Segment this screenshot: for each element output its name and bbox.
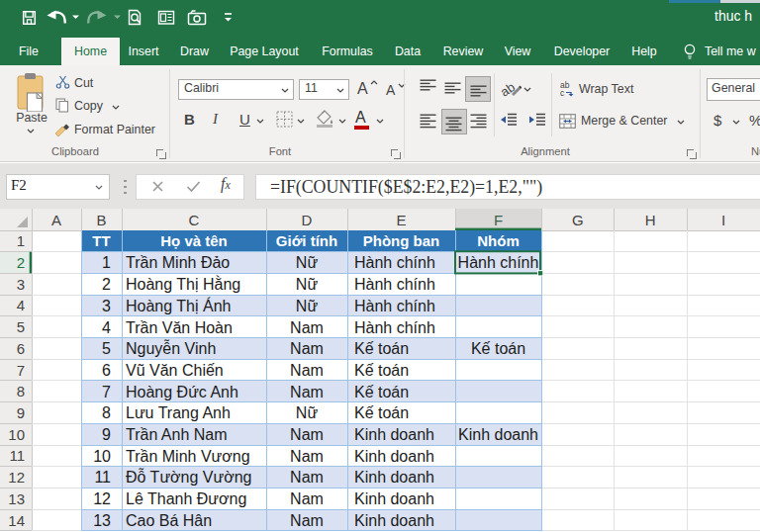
svg-text:Cao Bá Hân: Cao Bá Hân — [126, 512, 212, 529]
svg-text:C: C — [189, 212, 200, 228]
svg-text:Nhóm: Nhóm — [477, 232, 520, 249]
svg-text:Kế toán: Kế toán — [354, 384, 409, 400]
svg-text:Kinh doanh: Kinh doanh — [354, 448, 434, 465]
svg-text:Kế toán: Kế toán — [354, 404, 409, 421]
svg-text:13: 13 — [8, 490, 25, 507]
svg-text:G: G — [572, 212, 584, 228]
svg-text:14: 14 — [8, 512, 25, 529]
svg-text:2: 2 — [102, 276, 111, 293]
svg-text:4: 4 — [102, 319, 111, 336]
svg-text:Hành chính: Hành chính — [354, 298, 435, 314]
svg-text:Đỗ Tường Vường: Đỗ Tường Vường — [126, 468, 252, 486]
svg-text:Nam: Nam — [290, 384, 324, 400]
svg-text:10: 10 — [8, 426, 25, 443]
svg-text:A: A — [51, 212, 61, 228]
svg-text:Trần Anh Nam: Trần Anh Nam — [126, 426, 228, 443]
svg-text:Nam: Nam — [290, 448, 324, 465]
svg-text:Lưu Trang Anh: Lưu Trang Anh — [126, 404, 231, 421]
svg-text:Kinh doanh: Kinh doanh — [354, 512, 434, 529]
svg-text:Nguyễn Vinh: Nguyễn Vinh — [126, 339, 216, 357]
svg-text:Hành chính: Hành chính — [354, 254, 435, 271]
svg-text:13: 13 — [93, 512, 111, 529]
svg-text:Nữ: Nữ — [296, 298, 319, 314]
svg-text:Hoàng Thị Hằng: Hoàng Thị Hằng — [126, 275, 240, 293]
svg-text:Nam: Nam — [290, 512, 324, 529]
svg-text:9: 9 — [17, 404, 25, 421]
svg-text:Nam: Nam — [290, 362, 324, 379]
svg-text:Nam: Nam — [290, 319, 324, 336]
svg-text:D: D — [302, 212, 313, 228]
svg-text:8: 8 — [17, 383, 25, 399]
svg-text:B: B — [96, 212, 106, 228]
svg-text:F: F — [494, 212, 503, 228]
svg-text:Hành chính: Hành chính — [458, 254, 539, 271]
svg-text:6: 6 — [17, 340, 25, 357]
svg-text:Kế toán: Kế toán — [471, 340, 525, 357]
svg-text:Lê Thanh Đương: Lê Thanh Đương — [126, 490, 246, 507]
svg-text:Nam: Nam — [290, 340, 324, 357]
svg-text:Trần Minh Vương: Trần Minh Vương — [126, 448, 250, 465]
svg-text:Phòng ban: Phòng ban — [363, 232, 440, 249]
svg-text:Kế toán: Kế toán — [354, 340, 409, 357]
svg-text:Kinh doanh: Kinh doanh — [458, 426, 538, 443]
svg-text:1: 1 — [102, 254, 111, 271]
svg-text:8: 8 — [102, 404, 111, 421]
svg-text:11: 11 — [94, 469, 111, 486]
svg-text:Hoàng Thị Ánh: Hoàng Thị Ánh — [126, 297, 231, 314]
svg-text:5: 5 — [17, 318, 25, 335]
svg-text:E: E — [396, 212, 406, 228]
svg-text:Giới tính: Giới tính — [276, 232, 337, 249]
svg-text:I: I — [721, 212, 725, 228]
svg-text:2: 2 — [17, 254, 25, 271]
svg-text:Nam: Nam — [290, 490, 324, 507]
svg-text:Hành chính: Hành chính — [354, 276, 435, 293]
svg-text:9: 9 — [102, 426, 111, 443]
svg-text:Họ và tên: Họ và tên — [160, 232, 228, 249]
svg-text:7: 7 — [102, 384, 111, 400]
svg-text:1: 1 — [17, 232, 25, 249]
svg-text:Kế toán: Kế toán — [354, 362, 409, 379]
svg-text:Nam: Nam — [290, 426, 324, 443]
svg-text:11: 11 — [9, 447, 25, 464]
svg-text:TT: TT — [92, 232, 110, 249]
svg-text:12: 12 — [8, 469, 25, 486]
svg-text:Kinh doanh: Kinh doanh — [354, 426, 434, 443]
svg-text:Nữ: Nữ — [296, 404, 319, 421]
svg-text:Vũ Văn Chiến: Vũ Văn Chiến — [126, 362, 224, 379]
svg-text:Nữ: Nữ — [296, 254, 319, 271]
svg-text:H: H — [645, 212, 656, 228]
svg-text:Kinh doanh: Kinh doanh — [354, 469, 434, 486]
svg-text:Nữ: Nữ — [296, 276, 319, 293]
svg-text:7: 7 — [17, 362, 25, 379]
svg-text:3: 3 — [102, 298, 111, 314]
svg-text:Hoàng Đức Anh: Hoàng Đức Anh — [126, 384, 238, 400]
svg-text:Kinh doanh: Kinh doanh — [354, 490, 434, 507]
svg-text:12: 12 — [93, 490, 111, 507]
svg-text:Trần Minh Đảo: Trần Minh Đảo — [126, 254, 230, 271]
svg-text:4: 4 — [17, 297, 25, 313]
svg-text:3: 3 — [17, 276, 25, 293]
svg-text:6: 6 — [102, 362, 111, 379]
svg-text:10: 10 — [93, 448, 111, 465]
svg-text:Trần Văn Hoàn: Trần Văn Hoàn — [126, 319, 233, 336]
svg-text:5: 5 — [102, 340, 111, 357]
svg-text:Nam: Nam — [290, 469, 324, 486]
svg-text:ab: ab — [500, 79, 518, 100]
svg-text:Hành chính: Hành chính — [354, 319, 435, 336]
